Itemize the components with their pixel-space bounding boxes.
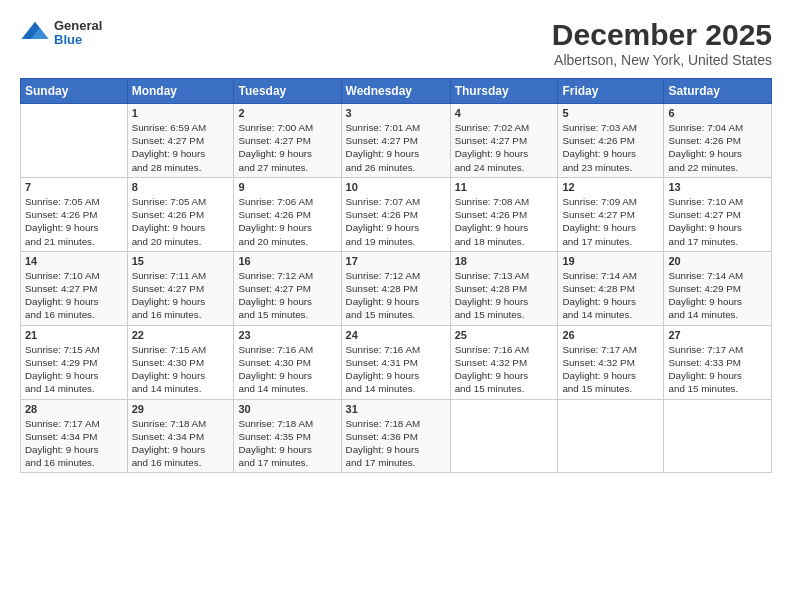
day-detail: Sunrise: 7:18 AM Sunset: 4:34 PM Dayligh…: [132, 418, 207, 469]
col-monday: Monday: [127, 79, 234, 104]
day-number: 2: [238, 107, 336, 119]
title-block: December 2025 Albertson, New York, Unite…: [552, 18, 772, 68]
day-detail: Sunrise: 7:08 AM Sunset: 4:26 PM Dayligh…: [455, 196, 530, 247]
table-row: 31Sunrise: 7:18 AM Sunset: 4:36 PM Dayli…: [341, 399, 450, 473]
table-row: 1Sunrise: 6:59 AM Sunset: 4:27 PM Daylig…: [127, 104, 234, 178]
day-detail: Sunrise: 7:18 AM Sunset: 4:36 PM Dayligh…: [346, 418, 421, 469]
table-row: 24Sunrise: 7:16 AM Sunset: 4:31 PM Dayli…: [341, 325, 450, 399]
calendar-week-row: 7Sunrise: 7:05 AM Sunset: 4:26 PM Daylig…: [21, 177, 772, 251]
table-row: 12Sunrise: 7:09 AM Sunset: 4:27 PM Dayli…: [558, 177, 664, 251]
table-row: 5Sunrise: 7:03 AM Sunset: 4:26 PM Daylig…: [558, 104, 664, 178]
day-detail: Sunrise: 7:14 AM Sunset: 4:28 PM Dayligh…: [562, 270, 637, 321]
table-row: 21Sunrise: 7:15 AM Sunset: 4:29 PM Dayli…: [21, 325, 128, 399]
calendar-week-row: 14Sunrise: 7:10 AM Sunset: 4:27 PM Dayli…: [21, 251, 772, 325]
col-sunday: Sunday: [21, 79, 128, 104]
day-number: 13: [668, 181, 767, 193]
table-row: 11Sunrise: 7:08 AM Sunset: 4:26 PM Dayli…: [450, 177, 558, 251]
day-detail: Sunrise: 7:12 AM Sunset: 4:27 PM Dayligh…: [238, 270, 313, 321]
day-number: 25: [455, 329, 554, 341]
day-detail: Sunrise: 7:05 AM Sunset: 4:26 PM Dayligh…: [132, 196, 207, 247]
day-number: 30: [238, 403, 336, 415]
day-detail: Sunrise: 7:13 AM Sunset: 4:28 PM Dayligh…: [455, 270, 530, 321]
table-row: 27Sunrise: 7:17 AM Sunset: 4:33 PM Dayli…: [664, 325, 772, 399]
day-detail: Sunrise: 7:00 AM Sunset: 4:27 PM Dayligh…: [238, 122, 313, 173]
day-number: 1: [132, 107, 230, 119]
table-row: 28Sunrise: 7:17 AM Sunset: 4:34 PM Dayli…: [21, 399, 128, 473]
logo-icon: [20, 18, 50, 48]
table-row: 16Sunrise: 7:12 AM Sunset: 4:27 PM Dayli…: [234, 251, 341, 325]
day-number: 22: [132, 329, 230, 341]
table-row: 29Sunrise: 7:18 AM Sunset: 4:34 PM Dayli…: [127, 399, 234, 473]
table-row: 19Sunrise: 7:14 AM Sunset: 4:28 PM Dayli…: [558, 251, 664, 325]
day-number: 12: [562, 181, 659, 193]
day-number: 7: [25, 181, 123, 193]
table-row: 8Sunrise: 7:05 AM Sunset: 4:26 PM Daylig…: [127, 177, 234, 251]
table-row: 22Sunrise: 7:15 AM Sunset: 4:30 PM Dayli…: [127, 325, 234, 399]
day-detail: Sunrise: 7:16 AM Sunset: 4:32 PM Dayligh…: [455, 344, 530, 395]
table-row: [664, 399, 772, 473]
day-detail: Sunrise: 7:05 AM Sunset: 4:26 PM Dayligh…: [25, 196, 100, 247]
col-wednesday: Wednesday: [341, 79, 450, 104]
header: General Blue December 2025 Albertson, Ne…: [20, 18, 772, 68]
day-number: 9: [238, 181, 336, 193]
table-row: 26Sunrise: 7:17 AM Sunset: 4:32 PM Dayli…: [558, 325, 664, 399]
page: General Blue December 2025 Albertson, Ne…: [0, 0, 792, 612]
table-row: [450, 399, 558, 473]
main-title: December 2025: [552, 18, 772, 52]
col-friday: Friday: [558, 79, 664, 104]
table-row: 18Sunrise: 7:13 AM Sunset: 4:28 PM Dayli…: [450, 251, 558, 325]
day-detail: Sunrise: 7:07 AM Sunset: 4:26 PM Dayligh…: [346, 196, 421, 247]
day-number: 24: [346, 329, 446, 341]
day-number: 17: [346, 255, 446, 267]
day-detail: Sunrise: 7:10 AM Sunset: 4:27 PM Dayligh…: [668, 196, 743, 247]
day-number: 28: [25, 403, 123, 415]
table-row: 25Sunrise: 7:16 AM Sunset: 4:32 PM Dayli…: [450, 325, 558, 399]
logo-blue-label: Blue: [54, 33, 102, 47]
day-number: 18: [455, 255, 554, 267]
table-row: 3Sunrise: 7:01 AM Sunset: 4:27 PM Daylig…: [341, 104, 450, 178]
day-number: 16: [238, 255, 336, 267]
logo: General Blue: [20, 18, 102, 48]
day-number: 21: [25, 329, 123, 341]
day-detail: Sunrise: 7:16 AM Sunset: 4:30 PM Dayligh…: [238, 344, 313, 395]
day-number: 6: [668, 107, 767, 119]
table-row: 10Sunrise: 7:07 AM Sunset: 4:26 PM Dayli…: [341, 177, 450, 251]
day-detail: Sunrise: 7:11 AM Sunset: 4:27 PM Dayligh…: [132, 270, 207, 321]
table-row: 2Sunrise: 7:00 AM Sunset: 4:27 PM Daylig…: [234, 104, 341, 178]
table-row: [21, 104, 128, 178]
day-number: 10: [346, 181, 446, 193]
day-number: 4: [455, 107, 554, 119]
day-number: 27: [668, 329, 767, 341]
day-detail: Sunrise: 7:15 AM Sunset: 4:29 PM Dayligh…: [25, 344, 100, 395]
day-number: 5: [562, 107, 659, 119]
day-number: 14: [25, 255, 123, 267]
table-row: 23Sunrise: 7:16 AM Sunset: 4:30 PM Dayli…: [234, 325, 341, 399]
table-row: 9Sunrise: 7:06 AM Sunset: 4:26 PM Daylig…: [234, 177, 341, 251]
day-detail: Sunrise: 7:16 AM Sunset: 4:31 PM Dayligh…: [346, 344, 421, 395]
day-number: 19: [562, 255, 659, 267]
day-detail: Sunrise: 7:04 AM Sunset: 4:26 PM Dayligh…: [668, 122, 743, 173]
day-detail: Sunrise: 7:09 AM Sunset: 4:27 PM Dayligh…: [562, 196, 637, 247]
subtitle: Albertson, New York, United States: [552, 52, 772, 68]
table-row: 7Sunrise: 7:05 AM Sunset: 4:26 PM Daylig…: [21, 177, 128, 251]
calendar-header-row: Sunday Monday Tuesday Wednesday Thursday…: [21, 79, 772, 104]
col-thursday: Thursday: [450, 79, 558, 104]
day-detail: Sunrise: 7:02 AM Sunset: 4:27 PM Dayligh…: [455, 122, 530, 173]
day-number: 20: [668, 255, 767, 267]
calendar-week-row: 28Sunrise: 7:17 AM Sunset: 4:34 PM Dayli…: [21, 399, 772, 473]
table-row: [558, 399, 664, 473]
logo-text: General Blue: [54, 19, 102, 48]
day-detail: Sunrise: 7:03 AM Sunset: 4:26 PM Dayligh…: [562, 122, 637, 173]
day-detail: Sunrise: 7:18 AM Sunset: 4:35 PM Dayligh…: [238, 418, 313, 469]
table-row: 13Sunrise: 7:10 AM Sunset: 4:27 PM Dayli…: [664, 177, 772, 251]
day-detail: Sunrise: 7:17 AM Sunset: 4:33 PM Dayligh…: [668, 344, 743, 395]
day-number: 29: [132, 403, 230, 415]
day-number: 15: [132, 255, 230, 267]
day-number: 23: [238, 329, 336, 341]
calendar-week-row: 1Sunrise: 6:59 AM Sunset: 4:27 PM Daylig…: [21, 104, 772, 178]
day-number: 8: [132, 181, 230, 193]
day-detail: Sunrise: 7:17 AM Sunset: 4:34 PM Dayligh…: [25, 418, 100, 469]
day-detail: Sunrise: 7:12 AM Sunset: 4:28 PM Dayligh…: [346, 270, 421, 321]
logo-general-label: General: [54, 19, 102, 33]
col-tuesday: Tuesday: [234, 79, 341, 104]
